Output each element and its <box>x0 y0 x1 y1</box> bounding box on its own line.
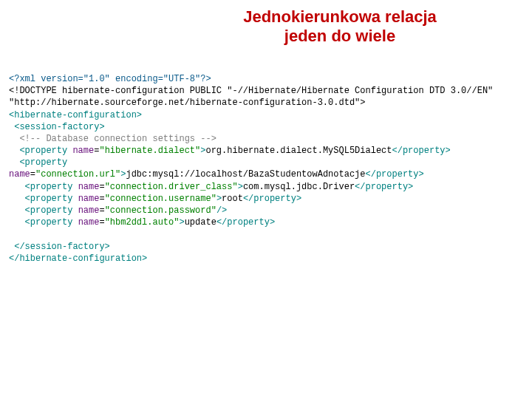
attr-name: name <box>9 169 30 180</box>
attr-name: name <box>78 205 100 216</box>
val-user: root <box>222 194 243 204</box>
name-user: "connection.username" <box>105 194 216 204</box>
prop-open: <property <box>25 182 73 192</box>
eq: = <box>99 217 104 228</box>
eq: = <box>99 182 104 192</box>
gt: > <box>238 182 243 192</box>
name-pwd: "connection.password" <box>105 205 216 216</box>
title-line-2: jeden do wiele <box>284 27 395 45</box>
hibernate-config-open: <hibernate-configuration> <box>9 110 142 120</box>
prop-close: </property> <box>355 182 413 192</box>
val-url: jdbc:mysql://localhost/BazaStudentowAdno… <box>126 169 365 180</box>
prop-open: <property <box>25 217 73 228</box>
session-factory-open: <session-factory> <box>14 122 104 132</box>
name-driver: "connection.driver_class" <box>105 182 238 192</box>
name-dialect: "hibernate.dialect" <box>99 146 200 156</box>
prop-close: </property> <box>392 146 451 156</box>
attr-name: name <box>78 217 100 228</box>
gt: > <box>216 194 222 204</box>
name-url: "connection.url" <box>35 169 120 180</box>
session-factory-close: </session-factory> <box>14 242 110 252</box>
eq: = <box>30 169 35 180</box>
prop-close: </property> <box>243 194 301 204</box>
xml-declaration: <?xml version="1.0" encoding="UTF-8"?> <box>9 74 211 84</box>
val-dialect: org.hibernate.dialect.MySQL5Dialect <box>205 146 392 156</box>
val-driver: com.mysql.jdbc.Driver <box>243 182 355 192</box>
doctype-line: <!DOCTYPE hibernate-configuration PUBLIC… <box>9 85 523 109</box>
val-hbm: update <box>185 217 216 228</box>
eq: = <box>99 194 104 204</box>
prop-close: </property> <box>216 217 275 228</box>
prop-open: <property <box>25 194 73 204</box>
slide-title: Jednokierunkowa relacja jeden do wiele <box>148 0 532 61</box>
attr-name: name <box>78 182 100 192</box>
prop-open: <property <box>19 146 67 156</box>
title-line-1: Jednokierunkowa relacja <box>243 7 437 26</box>
prop-close: </property> <box>366 169 424 180</box>
comment-db-settings: <!-- Database connection settings --> <box>19 134 216 144</box>
prop-open: <property <box>19 157 67 168</box>
self-close: /> <box>216 205 227 216</box>
gt: > <box>179 217 184 228</box>
hibernate-config-close: </hibernate-configuration> <box>9 253 147 264</box>
prop-open: <property <box>25 205 73 216</box>
attr-name: name <box>72 146 94 156</box>
code-block: <?xml version="1.0" encoding="UTF-8"?> <… <box>0 61 532 265</box>
eq: = <box>99 205 104 216</box>
name-hbm: "hbm2ddl.auto" <box>105 217 180 228</box>
attr-name: name <box>78 194 100 204</box>
